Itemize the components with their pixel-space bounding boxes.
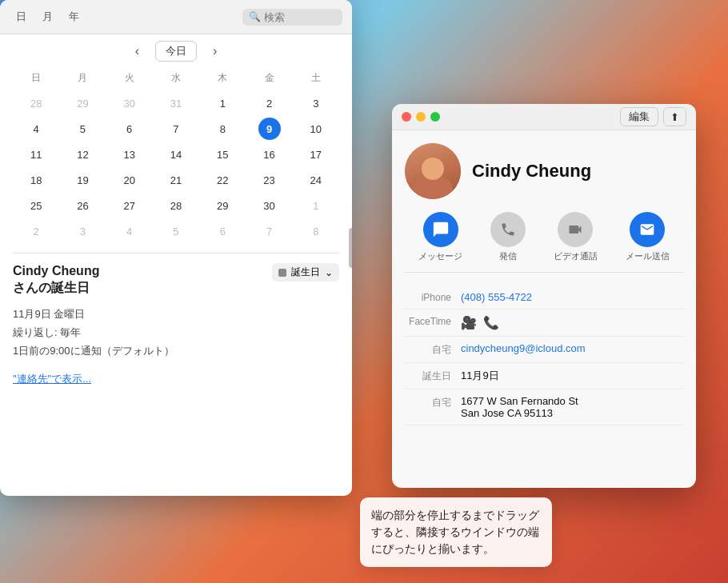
mail-label: メール送信 <box>626 250 670 262</box>
calendar-day[interactable]: 6 <box>118 118 141 140</box>
birthday-value: 11月9日 <box>461 369 683 383</box>
weekday-sat: 土 <box>293 68 339 88</box>
contact-body: Cindy Cheung メッセージ 発信 <box>392 130 696 479</box>
calendar-day-today[interactable]: 9 <box>258 118 281 140</box>
view-day-button[interactable]: 日 <box>10 8 33 26</box>
calendar-window: 日 月 年 🔍 ‹ 今日 › 日 月 火 水 木 金 土 28 29 30 3 <box>0 0 352 496</box>
calendar-day[interactable]: 28 <box>165 194 187 217</box>
zoom-button[interactable] <box>430 112 440 122</box>
event-title: Cindy Cheungさんの誕生日 <box>13 263 99 297</box>
calendar-day[interactable]: 5 <box>165 220 187 242</box>
calendar-day[interactable]: 24 <box>305 169 327 191</box>
video-action[interactable]: ビデオ通話 <box>554 212 598 262</box>
share-button[interactable]: ⬆ <box>663 107 686 126</box>
calendar-day[interactable]: 8 <box>211 118 234 140</box>
facetime-audio-icon[interactable]: 📞 <box>483 315 499 330</box>
calendar-day[interactable]: 11 <box>25 143 47 166</box>
email-label: 自宅 <box>405 342 461 357</box>
minimize-button[interactable] <box>416 112 426 122</box>
view-year-button[interactable]: 年 <box>62 8 86 26</box>
contact-details: iPhone (408) 555-4722 FaceTime 🎥 📞 自宅 ci… <box>405 286 683 425</box>
calendar-day[interactable]: 1 <box>305 194 327 217</box>
share-icon: ⬆ <box>670 111 679 123</box>
prev-month-button[interactable]: ‹ <box>129 42 146 60</box>
traffic-lights <box>402 112 440 122</box>
calendar-day[interactable]: 3 <box>71 220 94 242</box>
calendar-day[interactable]: 29 <box>71 92 94 114</box>
window-resize-handle[interactable] <box>349 228 352 268</box>
calendar-day[interactable]: 7 <box>258 220 281 242</box>
event-type-label: 誕生日 <box>291 266 320 279</box>
calendar-day[interactable]: 12 <box>71 143 94 166</box>
search-bar[interactable]: 🔍 <box>242 9 342 26</box>
facetime-icons: 🎥 📞 <box>461 315 499 330</box>
mail-action[interactable]: メール送信 <box>626 212 670 262</box>
facetime-video-icon[interactable]: 🎥 <box>461 315 477 330</box>
calendar-day[interactable]: 27 <box>118 194 141 217</box>
call-label: 発信 <box>499 250 517 262</box>
calendar-day[interactable]: 13 <box>118 143 141 166</box>
avatar <box>405 143 461 199</box>
email-value[interactable]: cindycheung9@icloud.com <box>461 342 683 354</box>
message-action[interactable]: メッセージ <box>418 212 462 262</box>
close-button[interactable] <box>402 112 411 122</box>
phone-icon <box>490 212 526 247</box>
event-notify: 1日前の9:00に通知（デフォルト） <box>13 341 339 360</box>
calendar-day[interactable]: 28 <box>25 92 47 114</box>
calendar-day[interactable]: 16 <box>258 143 281 166</box>
weekday-tue: 火 <box>106 68 153 88</box>
next-month-button[interactable]: › <box>206 42 223 60</box>
contact-name: Cindy Cheung <box>472 161 591 182</box>
iphone-label: iPhone <box>405 291 461 303</box>
calendar-day[interactable]: 6 <box>211 220 234 242</box>
calendar-day[interactable]: 29 <box>211 194 234 217</box>
today-button[interactable]: 今日 <box>155 41 197 62</box>
action-buttons: メッセージ 発信 ビデオ通話 <box>405 212 683 273</box>
message-icon <box>423 212 458 247</box>
calendar-toolbar: 日 月 年 🔍 <box>0 0 352 34</box>
search-input[interactable] <box>264 11 336 23</box>
calendar-day[interactable]: 14 <box>165 143 187 166</box>
iphone-value[interactable]: (408) 555-4722 <box>461 291 683 303</box>
calendar-day[interactable]: 1 <box>211 92 234 114</box>
calendar-day[interactable]: 30 <box>118 92 141 114</box>
calendar-day[interactable]: 25 <box>25 194 47 217</box>
calendar-day[interactable]: 10 <box>305 118 327 140</box>
calendar-day[interactable]: 26 <box>71 194 94 217</box>
detail-row-address: 自宅 1677 W San Fernando StSan Jose CA 951… <box>405 389 683 425</box>
weekday-wed: 水 <box>153 68 199 88</box>
call-action[interactable]: 発信 <box>490 212 526 262</box>
calendar-days: 28 29 30 31 1 2 3 4 5 6 7 8 9 10 11 12 1… <box>13 91 339 243</box>
calendar-day[interactable]: 8 <box>305 220 327 242</box>
event-detail: Cindy Cheungさんの誕生日 誕生日 ⌄ 11月9日 金曜日 繰り返し:… <box>13 253 339 386</box>
edit-button[interactable]: 編集 <box>620 107 658 126</box>
weekday-sun: 日 <box>13 68 59 88</box>
calendar-day[interactable]: 17 <box>305 143 327 166</box>
calendar-day[interactable]: 21 <box>165 169 187 191</box>
calendar-day[interactable]: 18 <box>25 169 47 191</box>
calendar-day[interactable]: 20 <box>118 169 141 191</box>
event-type-select[interactable]: 誕生日 ⌄ <box>272 263 339 282</box>
video-label: ビデオ通話 <box>554 250 598 262</box>
calendar-day[interactable]: 23 <box>258 169 281 191</box>
calendar-day[interactable]: 7 <box>165 118 187 140</box>
view-month-button[interactable]: 月 <box>36 8 59 26</box>
message-label: メッセージ <box>418 250 462 262</box>
calendar-day[interactable]: 3 <box>305 92 327 114</box>
calendar-day[interactable]: 2 <box>258 92 281 114</box>
calendar-grid: 日 月 火 水 木 金 土 28 29 30 31 1 2 3 4 5 6 7 … <box>0 68 352 243</box>
calendar-day[interactable]: 2 <box>25 220 47 242</box>
calendar-day[interactable]: 15 <box>211 143 234 166</box>
calendar-day[interactable]: 19 <box>71 169 94 191</box>
calendar-day[interactable]: 31 <box>165 92 187 114</box>
weekday-mon: 月 <box>59 68 106 88</box>
calendar-day[interactable]: 5 <box>71 118 94 140</box>
calendar-day[interactable]: 4 <box>25 118 47 140</box>
calendar-day[interactable]: 22 <box>211 169 234 191</box>
address-value: 1677 W San Fernando StSan Jose CA 95113 <box>461 395 683 419</box>
calendar-day[interactable]: 30 <box>258 194 281 217</box>
contact-link[interactable]: "連絡先"で表示... <box>13 372 339 386</box>
chevron-down-icon: ⌄ <box>325 267 333 278</box>
calendar-day[interactable]: 4 <box>118 220 141 242</box>
contact-link-text: "連絡先"で表示... <box>13 373 91 385</box>
